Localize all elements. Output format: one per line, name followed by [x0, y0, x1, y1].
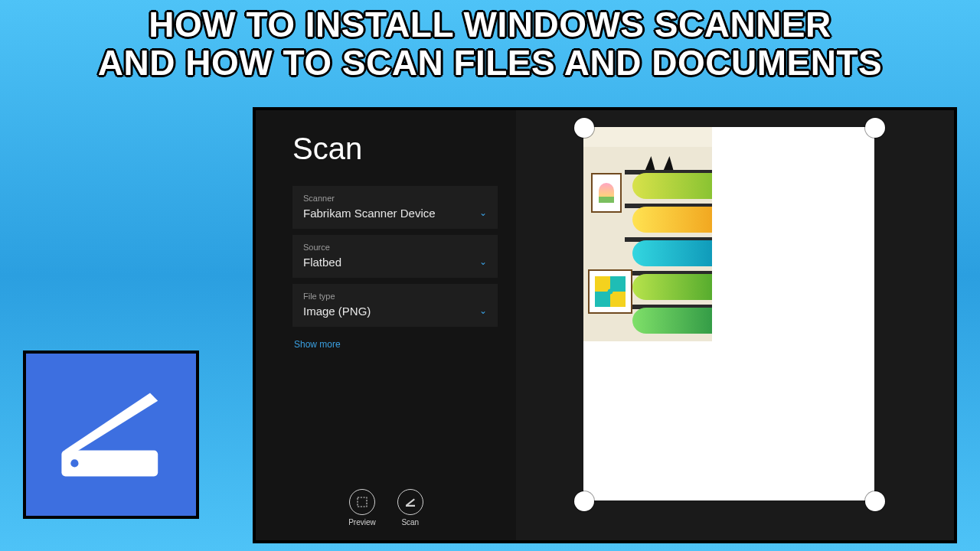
svg-point-1: [70, 459, 78, 467]
source-select[interactable]: Source Flatbed ⌄: [292, 235, 498, 278]
filetype-select[interactable]: File type Image (PNG) ⌄: [292, 284, 498, 327]
scanned-image: [583, 127, 712, 341]
title-line-1: HOW TO INSTALL WINDOWS SCANNER: [0, 6, 980, 44]
crop-handle-top-right[interactable]: [865, 118, 885, 138]
filetype-value: Image (PNG): [303, 305, 487, 318]
chevron-down-icon: ⌄: [479, 256, 487, 267]
scan-preview-area[interactable]: [516, 110, 954, 540]
app-title: Scan: [292, 132, 498, 166]
scanner-label: Scanner: [303, 194, 487, 203]
preview-button[interactable]: Preview: [348, 489, 376, 527]
scan-app-window: Scan Scanner Fabrikam Scanner Device ⌄ S…: [253, 107, 957, 543]
show-more-link[interactable]: Show more: [292, 339, 341, 350]
crop-handle-top-left[interactable]: [574, 118, 594, 138]
scanner-select[interactable]: Scanner Fabrikam Scanner Device ⌄: [292, 186, 498, 229]
scanner-app-tile[interactable]: [23, 350, 199, 519]
action-bar: Preview Scan: [256, 489, 516, 527]
preview-icon: [349, 489, 375, 515]
scan-label: Scan: [401, 518, 419, 527]
crop-handle-bottom-right[interactable]: [865, 491, 885, 511]
crop-handle-bottom-left[interactable]: [574, 491, 594, 511]
scan-icon: [397, 489, 423, 515]
svg-rect-2: [358, 497, 367, 507]
tutorial-title: HOW TO INSTALL WINDOWS SCANNER AND HOW T…: [0, 6, 980, 82]
source-value: Flatbed: [303, 256, 487, 269]
chevron-down-icon: ⌄: [479, 207, 487, 218]
scanner-icon: [46, 370, 176, 500]
preview-label: Preview: [348, 518, 376, 527]
scan-sidebar: Scan Scanner Fabrikam Scanner Device ⌄ S…: [256, 110, 516, 540]
filetype-label: File type: [303, 292, 487, 301]
chevron-down-icon: ⌄: [479, 305, 487, 316]
source-label: Source: [303, 243, 487, 252]
scan-button[interactable]: Scan: [397, 489, 423, 527]
title-line-2: AND HOW TO SCAN FILES AND DOCUMENTS: [0, 44, 980, 83]
scanner-value: Fabrikam Scanner Device: [303, 207, 487, 220]
